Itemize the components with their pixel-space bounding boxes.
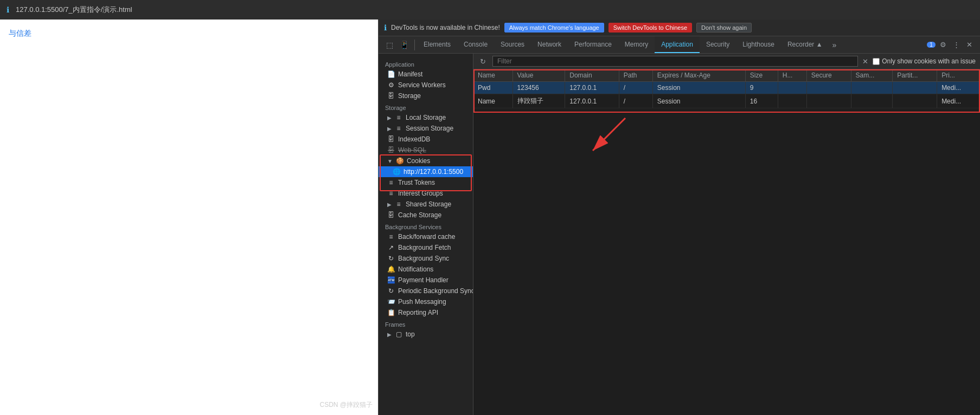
storage-app-icon: 🗄 <box>387 92 395 100</box>
dismiss-notification-button[interactable]: Don't show again <box>696 23 752 33</box>
cell-domain: 127.0.0.1 <box>565 94 619 108</box>
cookie-refresh-button[interactable]: ↻ <box>478 56 488 67</box>
sidebar-item-periodic-bg-sync[interactable]: ↻ Periodic Background Sync <box>379 286 473 296</box>
sidebar-item-indexeddb-label: IndexedDB <box>398 135 430 143</box>
sidebar-item-shared-storage[interactable]: ▶ ≡ Shared Storage <box>379 199 473 210</box>
tab-actions: 1 ⚙ ⋮ ✕ <box>924 40 978 50</box>
col-httponly[interactable]: H... <box>778 69 806 82</box>
table-row[interactable]: Name摔跤猫子127.0.0.1/Session16Medi... <box>473 94 980 108</box>
storage-section-title: Storage <box>379 101 473 112</box>
sidebar-item-notifications-label: Notifications <box>398 265 433 273</box>
sidebar-item-storage-app[interactable]: 🗄 Storage <box>379 90 473 101</box>
watermark: CSDN @摔跤猫子 <box>319 400 373 410</box>
cookies-icon: 🍪 <box>396 157 403 165</box>
sidebar-item-trust-tokens[interactable]: ≡ Trust Tokens <box>379 177 473 188</box>
sidebar-item-background-fetch[interactable]: ↗ Background Fetch <box>379 242 473 253</box>
cookie-filter-close-button[interactable]: ✕ <box>862 57 868 66</box>
cell-samesite <box>851 94 893 108</box>
issues-badge[interactable]: 1 <box>927 42 936 48</box>
sidebar-item-payment-handler[interactable]: 🏧 Payment Handler <box>379 275 473 286</box>
cell-httponly <box>778 82 806 94</box>
sidebar-item-push-messaging-label: Push Messaging <box>398 298 446 306</box>
tab-elements[interactable]: Elements <box>417 36 457 53</box>
col-size[interactable]: Size <box>745 69 778 82</box>
devtools-body: Application 📄 Manifest ⚙ Service Workers… <box>379 54 980 415</box>
tab-performance[interactable]: Performance <box>568 36 618 53</box>
cookie-table: Name Value Domain Path Expires / Max-Age… <box>473 69 980 415</box>
frames-top-expand-icon: ▶ <box>387 332 392 338</box>
cell-secure <box>806 94 851 108</box>
col-expires[interactable]: Expires / Max-Age <box>652 69 745 82</box>
sidebar-item-interest-groups[interactable]: ≡ Interest Groups <box>379 188 473 199</box>
tab-lighthouse[interactable]: Lighthouse <box>736 36 781 53</box>
tab-memory[interactable]: Memory <box>618 36 655 53</box>
sidebar-item-cookies[interactable]: ▼ 🍪 Cookies <box>379 155 473 166</box>
more-options-icon[interactable]: ⋮ <box>951 40 962 50</box>
devtools-panel: ℹ DevTools is now available in Chinese! … <box>378 20 980 415</box>
sidebar-item-cookie-url[interactable]: 🌐 http://127.0.0.1:5500 <box>379 166 473 177</box>
sidebar-item-reporting-api[interactable]: 📋 Reporting API <box>379 307 473 318</box>
sidebar-item-web-sql[interactable]: 🗄 Web SQL <box>379 145 473 155</box>
bg-services-section-title: Background Services <box>379 221 473 231</box>
col-priority[interactable]: Pri... <box>937 69 980 82</box>
toolbar-icons: ⬚ 📱 <box>381 40 415 50</box>
payment-handler-icon: 🏧 <box>387 276 395 284</box>
cell-value: 摔跤猫子 <box>513 94 565 108</box>
close-devtools-icon[interactable]: ✕ <box>964 40 975 50</box>
tab-sources[interactable]: Sources <box>494 36 531 53</box>
cookies-expand-icon: ▼ <box>387 158 393 164</box>
reporting-api-icon: 📋 <box>387 309 395 316</box>
cookie-filter-input[interactable] <box>492 56 858 67</box>
tab-application[interactable]: Application <box>655 36 700 53</box>
match-language-button[interactable]: Always match Chrome's language <box>504 23 604 33</box>
cell-size: 16 <box>745 94 778 108</box>
sidebar-item-backforward-cache[interactable]: ≡ Back/forward cache <box>379 231 473 242</box>
page-link[interactable]: 与信差 <box>9 29 31 37</box>
col-domain[interactable]: Domain <box>565 69 619 82</box>
browser-icon: ℹ <box>7 5 9 14</box>
sidebar-item-local-storage[interactable]: ▶ ≡ Local Storage <box>379 112 473 123</box>
devtools-notification-bar: ℹ DevTools is now available in Chinese! … <box>379 20 980 36</box>
settings-icon[interactable]: ⚙ <box>938 40 949 50</box>
only-issues-label: Only show cookies with an issue <box>882 57 976 65</box>
cache-storage-icon: 🗄 <box>387 211 395 219</box>
switch-devtools-button[interactable]: Switch DevTools to Chinese <box>609 23 692 33</box>
sidebar-item-background-sync[interactable]: ↻ Background Sync <box>379 253 473 264</box>
sidebar-item-notifications[interactable]: 🔔 Notifications <box>379 264 473 275</box>
col-samesite[interactable]: Sam... <box>851 69 893 82</box>
sidebar-item-frames-top-label: top <box>406 330 415 338</box>
sidebar-item-service-workers[interactable]: ⚙ Service Workers <box>379 80 473 90</box>
sidebar-item-background-fetch-label: Background Fetch <box>398 244 451 251</box>
sidebar-item-session-storage[interactable]: ▶ ≡ Session Storage <box>379 123 473 134</box>
sidebar-item-interest-groups-label: Interest Groups <box>398 190 443 197</box>
tab-recorder[interactable]: Recorder ▲ <box>781 36 829 53</box>
sidebar-item-session-storage-label: Session Storage <box>406 125 453 132</box>
cell-path: / <box>619 82 652 94</box>
sidebar-item-frames-top[interactable]: ▶ ▢ top <box>379 329 473 340</box>
sidebar-item-indexeddb[interactable]: 🗄 IndexedDB <box>379 134 473 145</box>
trust-tokens-icon: ≡ <box>387 179 395 186</box>
browser-chrome: ℹ 127.0.0.1:5500/7_内置指令/演示.html <box>0 0 980 20</box>
col-path[interactable]: Path <box>619 69 652 82</box>
tab-network[interactable]: Network <box>531 36 568 53</box>
col-partition[interactable]: Partit... <box>893 69 937 82</box>
device-icon[interactable]: 📱 <box>398 40 411 50</box>
sidebar-item-push-messaging[interactable]: 📨 Push Messaging <box>379 296 473 307</box>
tab-security[interactable]: Security <box>700 36 736 53</box>
devtools-sidebar: Application 📄 Manifest ⚙ Service Workers… <box>379 54 473 415</box>
sidebar-item-manifest[interactable]: 📄 Manifest <box>379 69 473 80</box>
inspect-icon[interactable]: ⬚ <box>384 40 395 50</box>
col-value[interactable]: Value <box>513 69 565 82</box>
shared-storage-icon: ≡ <box>395 200 402 208</box>
col-secure[interactable]: Secure <box>806 69 851 82</box>
tab-console[interactable]: Console <box>457 36 494 53</box>
notification-text: DevTools is now available in Chinese! <box>391 24 500 31</box>
cell-domain: 127.0.0.1 <box>565 82 619 94</box>
only-issues-checkbox[interactable] <box>873 58 880 65</box>
col-name[interactable]: Name <box>473 69 513 82</box>
table-row[interactable]: Pwd123456127.0.0.1/Session9Medi... <box>473 82 980 94</box>
more-tabs-button[interactable]: » <box>829 36 840 53</box>
tab-bar: Elements Console Sources Network Perform… <box>417 36 840 53</box>
sidebar-item-cache-storage[interactable]: 🗄 Cache Storage <box>379 210 473 221</box>
sidebar-item-cookies-label: Cookies <box>407 157 430 165</box>
